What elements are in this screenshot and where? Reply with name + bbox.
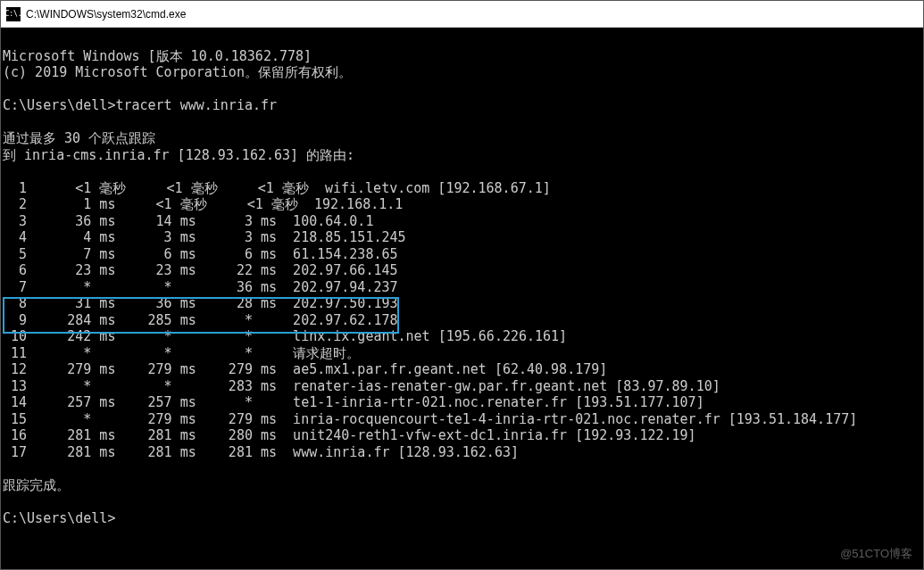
trace-header-2: 到 inria-cms.inria.fr [128.93.162.63] 的路由…: [3, 147, 354, 163]
hop-rows: 1 <1 毫秒 <1 毫秒 <1 毫秒 wifi.letv.com [192.1…: [3, 180, 857, 460]
banner-line-2: (c) 2019 Microsoft Corporation。保留所有权利。: [3, 64, 352, 80]
prompt-path: C:\Users\dell>: [3, 97, 115, 113]
command-text: tracert www.inria.fr: [115, 97, 277, 113]
trace-complete: 跟踪完成。: [3, 477, 70, 493]
titlebar[interactable]: C:\. C:\WINDOWS\system32\cmd.exe: [1, 1, 923, 28]
prompt-path-2: C:\Users\dell>: [3, 510, 115, 526]
banner-line-1: Microsoft Windows [版本 10.0.18362.778]: [3, 48, 312, 64]
cmd-icon: C:\.: [6, 7, 21, 21]
trace-header-1: 通过最多 30 个跃点跟踪: [3, 130, 155, 146]
window-title: C:\WINDOWS\system32\cmd.exe: [26, 8, 186, 21]
cmd-window: C:\. C:\WINDOWS\system32\cmd.exe Microso…: [0, 0, 924, 570]
watermark: @51CTO博客: [840, 546, 912, 563]
terminal-output[interactable]: Microsoft Windows [版本 10.0.18362.778] (c…: [1, 28, 923, 569]
